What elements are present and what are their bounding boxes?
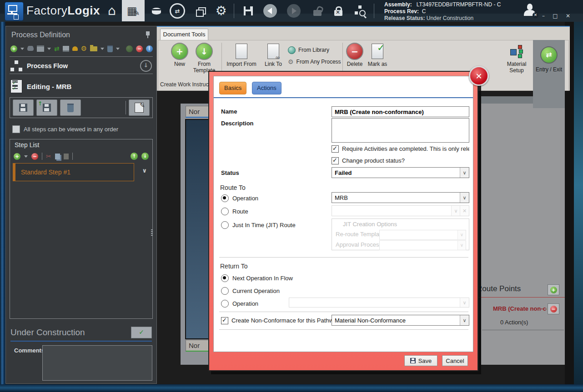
remove-step-icon[interactable]: − <box>31 153 38 160</box>
approve-button[interactable]: ✓ <box>131 327 152 338</box>
save-icon[interactable] <box>239 3 257 19</box>
return-operation-radio[interactable] <box>221 300 229 308</box>
cancel-button[interactable]: Cancel <box>442 355 468 366</box>
delete-step-button[interactable] <box>60 99 81 116</box>
from-library-button[interactable]: From Library <box>288 44 341 56</box>
resize-grip[interactable] <box>151 229 153 237</box>
paste-icon[interactable] <box>64 154 69 159</box>
unlock-icon[interactable] <box>308 3 327 19</box>
divider <box>10 74 153 74</box>
operation-radio[interactable] <box>221 194 229 202</box>
settings-gear-icon[interactable]: ⚙ <box>212 3 230 19</box>
process-flow-header[interactable]: Process Flow ↓ <box>10 59 152 73</box>
create-ncf-checkbox[interactable]: ✓ <box>221 317 228 324</box>
tab-basics[interactable]: Basics <box>219 82 246 94</box>
next-operation-radio[interactable] <box>221 274 229 282</box>
minimize-button[interactable]: – <box>538 13 548 20</box>
add-route-point-button[interactable]: + <box>548 284 559 295</box>
presentation-icon[interactable] <box>63 46 69 52</box>
alert-bell-icon[interactable] <box>72 46 78 51</box>
new-document-button[interactable]: + New <box>168 42 191 77</box>
add-dropdown-caret[interactable] <box>20 48 24 50</box>
process-toolbar: + ⇄ ⚙ − ║ <box>10 45 153 53</box>
description-textarea[interactable] <box>332 118 469 143</box>
discard-dropdown-caret[interactable] <box>116 48 120 50</box>
dialog-body: Basics Actions Name Description ✓ Requir… <box>213 76 473 352</box>
ncf-type-dropdown[interactable]: Material Non-Conformance∨ <box>332 315 469 326</box>
current-operation-radio[interactable] <box>221 287 229 295</box>
add-step-caret[interactable] <box>24 155 28 158</box>
tab-actions[interactable]: Actions <box>252 82 281 94</box>
stop-icon[interactable]: − <box>136 45 143 52</box>
return-operation-option[interactable]: Operation <box>221 300 258 308</box>
jit-radio[interactable] <box>221 221 229 229</box>
lock-cancel-icon[interactable]: ✕ <box>329 3 347 19</box>
folder-dropdown-caret[interactable] <box>101 48 104 50</box>
forms-icon[interactable] <box>191 3 209 19</box>
print-icon[interactable] <box>37 45 44 52</box>
close-window-button[interactable]: ✕ <box>563 13 573 20</box>
discard-icon[interactable] <box>107 45 113 52</box>
change-status-checkbox[interactable]: ✓ <box>332 157 339 164</box>
plus-circle-icon: + <box>171 43 188 60</box>
forward-icon[interactable] <box>285 3 303 19</box>
current-operation-option[interactable]: Current Operation <box>221 287 280 295</box>
move-down-icon[interactable]: ↓ <box>141 153 149 160</box>
maximize-button[interactable]: □ <box>550 13 560 20</box>
comments-textarea[interactable] <box>42 345 152 381</box>
route-to-operation-option[interactable]: Operation <box>221 194 258 202</box>
save-step-button[interactable] <box>13 99 34 116</box>
move-up-icon[interactable]: ↑ <box>131 153 138 160</box>
edit-notes-button[interactable]: ✎ <box>129 99 150 116</box>
create-ncf-option[interactable]: ✓ Create Non-Conformace for this Pathway <box>221 317 340 324</box>
step-expand-chevron[interactable]: ∨ <box>142 168 147 174</box>
exchange-icon[interactable]: ⇄ <box>54 45 60 52</box>
tab-document-tools[interactable]: Document Tools <box>160 29 208 40</box>
any-order-checkbox[interactable] <box>12 125 20 133</box>
user-signout-icon[interactable]: ✕ <box>523 4 537 19</box>
link-document-icon: ∞ <box>267 44 279 59</box>
material-setup-button[interactable]: Material Setup <box>502 42 532 77</box>
release-icon[interactable] <box>126 45 133 52</box>
name-input[interactable] <box>332 106 469 117</box>
copy-icon[interactable] <box>55 154 60 159</box>
find-icon[interactable] <box>27 47 34 51</box>
home-icon[interactable]: ⌂ <box>103 3 121 19</box>
add-process-icon[interactable]: + <box>10 45 17 52</box>
process-search-icon[interactable] <box>351 3 369 19</box>
back-icon[interactable] <box>261 3 279 19</box>
cut-icon[interactable]: ✂ <box>46 153 51 159</box>
dialog-close-icon[interactable]: ✕ <box>469 66 489 86</box>
status-dropdown[interactable]: Failed∨ <box>332 167 469 178</box>
remove-route-point-button[interactable]: − <box>548 303 559 314</box>
next-operation-option[interactable]: Next Operation In Flow <box>221 274 293 282</box>
route-radio[interactable] <box>221 208 229 215</box>
process-definition-icon[interactable]: ▦✎ <box>124 3 142 19</box>
step-list-item[interactable]: Standard Step #1 <box>13 163 134 181</box>
save-button[interactable]: Save <box>404 355 437 366</box>
export-folder-icon[interactable] <box>90 46 97 51</box>
any-order-option[interactable]: All steps can be viewed in any order <box>12 125 118 133</box>
process-settings-icon[interactable]: ⚙ <box>81 45 87 52</box>
jit-route-option[interactable]: Just In Time (JIT) Route <box>221 221 296 229</box>
collapse-circle-icon[interactable]: ↓ <box>140 60 152 72</box>
from-any-process-button[interactable]: ⚙From Any Process <box>288 56 341 68</box>
window-right-border <box>574 22 583 384</box>
operation-dropdown[interactable]: MRB∨ <box>332 192 469 203</box>
save-as-template-button[interactable]: ↑ <box>36 99 57 116</box>
data-import-icon[interactable] <box>147 3 166 19</box>
entry-exit-button[interactable]: ⇄ Entry / Exit <box>533 40 565 108</box>
print-dropdown-caret[interactable] <box>47 48 51 50</box>
route-to-route-option[interactable]: Route <box>221 208 248 215</box>
return-to-section-label: Return To <box>220 263 247 270</box>
route-point-item[interactable]: MRB (Create non-conf... <box>493 305 547 312</box>
change-status-option[interactable]: ✓ Change product status? <box>332 157 405 164</box>
transfer-icon[interactable]: ⇄ <box>168 3 186 19</box>
pin-icon[interactable] <box>146 31 150 38</box>
tab-underline <box>214 97 473 98</box>
add-step-icon[interactable]: + <box>14 153 20 160</box>
hold-icon[interactable]: ║ <box>146 45 153 52</box>
require-activities-option[interactable]: ✓ Require Activities are completed. This… <box>332 145 469 153</box>
route-dropdown-disabled: ∨✕ <box>332 205 469 216</box>
require-activities-checkbox[interactable]: ✓ <box>332 145 339 153</box>
